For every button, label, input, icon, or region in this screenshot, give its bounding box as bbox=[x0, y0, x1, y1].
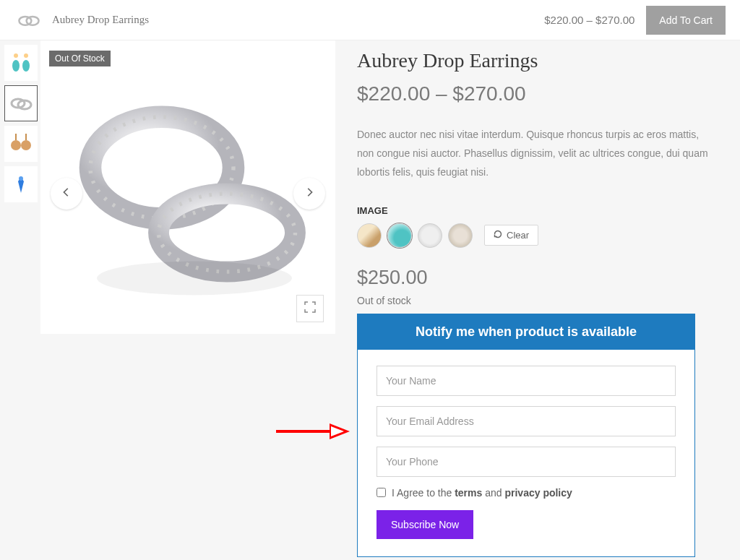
swatch-1[interactable] bbox=[357, 223, 382, 248]
header-title: Aubrey Drop Earrings bbox=[52, 14, 544, 26]
svg-point-9 bbox=[21, 140, 31, 150]
product-title: Aubrey Drop Earrings bbox=[357, 49, 718, 72]
thumbnail-4[interactable] bbox=[4, 166, 38, 202]
subscribe-button[interactable]: Subscribe Now bbox=[377, 510, 473, 539]
svg-point-5 bbox=[22, 60, 30, 72]
svg-point-8 bbox=[11, 140, 21, 150]
product-gallery: Out Of Stock bbox=[40, 40, 335, 334]
product-detail: Aubrey Drop Earrings $220.00 – $270.00 D… bbox=[335, 40, 740, 557]
svg-point-12 bbox=[19, 176, 23, 181]
agree-row[interactable]: I Agree to the terms and privacy policy bbox=[377, 487, 676, 499]
swatch-4[interactable] bbox=[448, 223, 473, 248]
agree-checkbox[interactable] bbox=[377, 488, 386, 497]
clear-selection-button[interactable]: Clear bbox=[484, 225, 538, 246]
svg-point-4 bbox=[24, 53, 28, 58]
add-to-cart-button[interactable]: Add To Cart bbox=[646, 6, 726, 35]
price-range: $220.00 – $270.00 bbox=[357, 82, 718, 105]
header-price-range: $220.00 – $270.00 bbox=[544, 14, 634, 26]
swatch-3[interactable] bbox=[418, 223, 442, 248]
expand-icon bbox=[304, 301, 316, 316]
variant-swatches: Clear bbox=[357, 223, 718, 248]
notify-body: I Agree to the terms and privacy policy … bbox=[358, 350, 694, 556]
chevron-left-icon bbox=[61, 187, 72, 200]
notify-phone-input[interactable] bbox=[377, 447, 676, 477]
thumbnail-rail bbox=[0, 40, 40, 557]
product-description: Donec auctor nec nisi vitae interdum. Qu… bbox=[357, 126, 718, 182]
selected-price: $250.00 bbox=[357, 267, 718, 289]
thumbnail-1[interactable] bbox=[4, 45, 38, 81]
privacy-link[interactable]: privacy policy bbox=[504, 487, 572, 499]
svg-point-17 bbox=[97, 262, 292, 296]
sticky-header: Aubrey Drop Earrings $220.00 – $270.00 A… bbox=[0, 0, 740, 40]
chevron-right-icon bbox=[304, 187, 314, 200]
notify-header: Notify me when product is available bbox=[358, 314, 694, 350]
thumbnail-2[interactable] bbox=[4, 85, 38, 121]
variant-label: IMAGE bbox=[357, 205, 718, 216]
terms-link[interactable]: terms bbox=[455, 487, 482, 499]
agree-text: I Agree to the terms and privacy policy bbox=[392, 487, 572, 499]
notify-email-input[interactable] bbox=[377, 406, 676, 436]
svg-point-2 bbox=[14, 53, 18, 58]
refresh-icon bbox=[494, 230, 502, 241]
product-main: Out Of Stock bbox=[0, 40, 740, 557]
zoom-button[interactable] bbox=[296, 295, 324, 322]
svg-point-3 bbox=[12, 60, 20, 72]
notify-panel: Notify me when product is available I Ag… bbox=[357, 314, 695, 557]
clear-label: Clear bbox=[507, 230, 529, 241]
thumbnail-3[interactable] bbox=[4, 126, 38, 162]
swatch-2[interactable] bbox=[387, 223, 412, 248]
stock-status: Out of stock bbox=[357, 295, 718, 306]
header-thumb bbox=[14, 8, 43, 33]
gallery-next-button[interactable] bbox=[293, 178, 325, 210]
gallery-prev-button[interactable] bbox=[51, 178, 82, 210]
svg-point-1 bbox=[27, 16, 39, 25]
main-product-image bbox=[40, 40, 335, 334]
notify-name-input[interactable] bbox=[377, 366, 676, 396]
